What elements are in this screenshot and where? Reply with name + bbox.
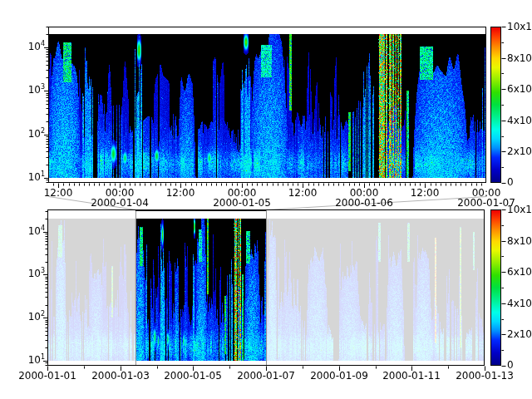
y-tick-label: 101 xyxy=(17,354,45,366)
x-tick-label: 2000-01-01 xyxy=(18,371,76,382)
colorbar-tick-label: 0 xyxy=(507,360,532,371)
colorbar-tick-label: 8x107 xyxy=(507,235,532,247)
colorbar-tick-label: 2x107 xyxy=(507,328,532,340)
x-tick-label: 2000-01-07 xyxy=(237,371,295,382)
x-tick-label: 12:00 xyxy=(151,188,209,199)
y-tick-label: 103 xyxy=(17,268,45,279)
colorbar-tick-label: 10x107 xyxy=(507,21,532,32)
colorbar-zoom xyxy=(490,27,501,183)
y-tick-label: 104 xyxy=(17,41,45,52)
colorbar-overview xyxy=(490,209,501,366)
x-tick-label: 2000-01-05 xyxy=(164,371,222,382)
x-tick-label: 2000-01-13 xyxy=(456,371,514,382)
colorbar-tick-label: 2x107 xyxy=(507,145,532,157)
x-date-label: 2000-01-04 xyxy=(91,198,149,209)
colorbar-tick-label: 4x107 xyxy=(507,298,532,309)
colorbar-tick-label: 0 xyxy=(507,177,532,188)
colorbar-tick-label: 10x107 xyxy=(507,204,532,215)
colorbar-tick-label: 8x107 xyxy=(507,52,532,64)
y-tick-label: 104 xyxy=(17,225,45,237)
x-tick-label: 12:00 xyxy=(396,188,454,199)
x-date-label: 2000-01-06 xyxy=(335,198,393,209)
x-tick-label: 2000-01-03 xyxy=(91,371,150,382)
x-tick-label: 12:00 xyxy=(29,188,87,199)
spectrogram-figure: 12:0000:002000-01-0412:0000:002000-01-05… xyxy=(0,0,532,399)
zoom-panel-plot-area[interactable] xyxy=(48,27,486,183)
y-tick-label: 102 xyxy=(17,128,45,140)
x-date-label: 2000-01-05 xyxy=(213,198,271,209)
x-tick-label: 12:00 xyxy=(273,188,332,199)
x-tick-label: 2000-01-09 xyxy=(310,371,368,382)
y-tick-label: 103 xyxy=(17,84,45,96)
y-tick-label: 101 xyxy=(17,171,45,183)
x-tick-label: 2000-01-11 xyxy=(382,371,441,382)
colorbar-tick-label: 4x107 xyxy=(507,115,532,126)
y-tick-label: 102 xyxy=(17,311,45,323)
overview-panel-plot-area[interactable] xyxy=(47,209,485,366)
colorbar-tick-label: 6x107 xyxy=(507,83,532,95)
colorbar-tick-label: 6x107 xyxy=(507,266,532,278)
